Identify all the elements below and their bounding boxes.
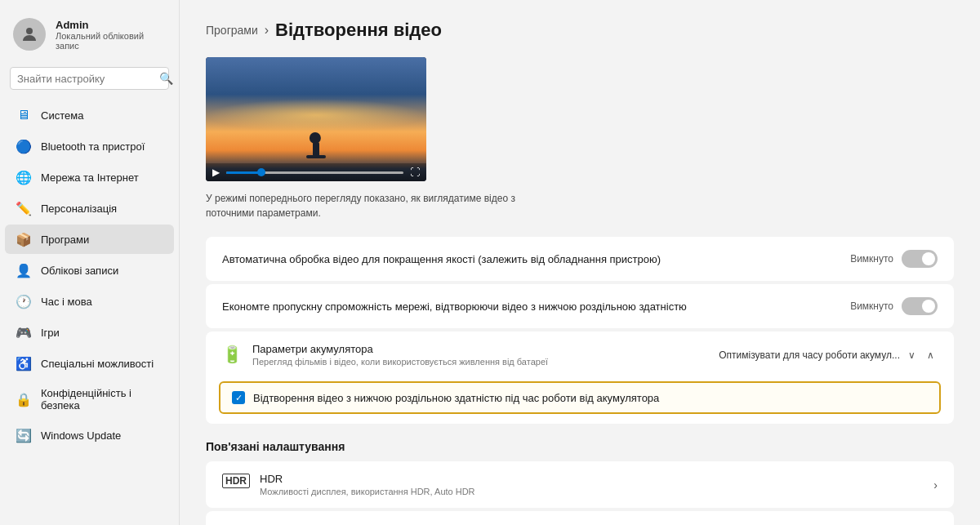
related-section-title: Пов'язані налаштування: [206, 440, 954, 453]
sidebar-item-label: Ігри: [41, 327, 60, 339]
sidebar-item-accessibility[interactable]: ♿ Спеціальні можливості: [5, 349, 174, 378]
battery-dropdown-value: Оптимізувати для часу роботи акумул...: [719, 349, 900, 361]
bluetooth-icon: 🔵: [16, 139, 31, 153]
sidebar-item-label: Програми: [41, 234, 89, 246]
sidebar-item-accounts[interactable]: 👤 Облікові записи: [5, 256, 174, 285]
hdr-card[interactable]: HDR HDR Можливості дисплея, використання…: [206, 461, 954, 508]
auto-enhance-toggle[interactable]: [902, 250, 938, 268]
personalization-icon: ✏️: [16, 201, 31, 216]
auto-enhance-status: Вимкнуто: [850, 253, 893, 265]
nav-list: 🖥 Система 🔵 Bluetooth та пристрої 🌐 Мере…: [0, 100, 179, 451]
battery-text: Параметри акумулятора Перегляд фільмів і…: [252, 343, 548, 367]
user-name: Admin: [56, 19, 166, 31]
video-desc-line2: поточними параметрами.: [206, 207, 321, 219]
main-content: Програми › Відтворення відео ▶ ⛶ У режим…: [180, 0, 980, 525]
avatar: [13, 18, 46, 51]
sidebar-item-time[interactable]: 🕐 Час і мова: [5, 287, 174, 316]
battery-checkbox[interactable]: ✓: [232, 391, 245, 404]
progress-bar[interactable]: [226, 171, 403, 174]
sidebar-item-apps[interactable]: 📦 Програми: [5, 225, 174, 254]
battery-card-right: Оптимізувати для часу роботи акумул... ∨…: [719, 348, 938, 363]
time-icon: 🕐: [16, 294, 31, 309]
hdr-text: HDR Можливості дисплея, використання HDR…: [260, 473, 475, 496]
save-bandwidth-label: Економте пропускну спроможність мережі, …: [222, 300, 850, 313]
checkbox-checkmark: ✓: [235, 393, 243, 403]
save-bandwidth-card: Економте пропускну спроможність мережі, …: [206, 284, 954, 328]
user-profile: Admin Локальний обліковий запис: [0, 8, 179, 64]
save-bandwidth-thumb: [922, 300, 935, 313]
display-advanced-card[interactable]: 🖥 Розширені параметри екрана Відомості п…: [206, 511, 954, 525]
video-desc-line1: У режимі попереднього перегляду показано…: [206, 193, 515, 204]
gaming-icon: 🎮: [16, 325, 31, 340]
fullscreen-button[interactable]: ⛶: [410, 167, 420, 178]
video-preview: ▶ ⛶: [206, 57, 426, 181]
search-input[interactable]: [17, 73, 154, 85]
battery-card: 🔋 Параметри акумулятора Перегляд фільмів…: [206, 331, 954, 424]
sidebar-item-label: Windows Update: [41, 429, 121, 442]
sidebar-item-label: Облікові записи: [41, 265, 118, 277]
battery-title: Параметри акумулятора: [252, 343, 548, 355]
sidebar: Admin Локальний обліковий запис 🔍 🖥 Сист…: [0, 0, 180, 525]
hdr-card-left: HDR HDR Можливості дисплея, використання…: [222, 473, 475, 496]
search-box[interactable]: 🔍: [10, 67, 169, 90]
auto-enhance-card: Автоматична обробка відео для покращення…: [206, 237, 954, 281]
svg-point-0: [26, 28, 33, 34]
battery-checkbox-label: Відтворення відео з нижчою роздільною зд…: [253, 392, 659, 404]
sidebar-item-label: Час і мова: [41, 296, 92, 308]
user-role: Локальний обліковий запис: [56, 31, 166, 51]
hdr-subtitle: Можливості дисплея, використання HDR, Au…: [260, 487, 475, 496]
play-button[interactable]: ▶: [212, 167, 220, 178]
sidebar-item-label: Персоналізація: [41, 202, 117, 215]
video-description: У режимі попереднього перегляду показано…: [206, 191, 532, 220]
breadcrumb-parent[interactable]: Програми: [206, 24, 258, 37]
network-icon: 🌐: [16, 170, 31, 185]
hdr-icon: HDR: [222, 474, 250, 488]
auto-enhance-thumb: [922, 252, 935, 265]
sidebar-item-label: Конфіденційність і безпека: [41, 387, 163, 412]
user-info: Admin Локальний обліковий запис: [56, 19, 166, 51]
sidebar-item-label: Мережа та Інтернет: [41, 171, 139, 184]
sidebar-item-privacy[interactable]: 🔒 Конфіденційність і безпека: [5, 380, 174, 419]
battery-collapse-button[interactable]: ∧: [924, 348, 938, 363]
battery-checkbox-row: ✓ Відтворення відео з нижчою роздільною …: [219, 381, 941, 414]
accounts-icon: 👤: [16, 263, 31, 278]
search-icon: 🔍: [159, 72, 173, 85]
battery-icon: 🔋: [222, 345, 243, 364]
hdr-chevron-right-icon: ›: [933, 478, 938, 492]
sidebar-item-system[interactable]: 🖥 Система: [5, 100, 174, 130]
save-bandwidth-right: Вимкнуто: [850, 297, 938, 315]
sidebar-item-personalization[interactable]: ✏️ Персоналізація: [5, 194, 174, 223]
sidebar-item-label: Система: [41, 109, 83, 122]
system-icon: 🖥: [16, 108, 31, 122]
breadcrumb-separator: ›: [265, 23, 269, 38]
sidebar-item-bluetooth[interactable]: 🔵 Bluetooth та пристрої: [5, 131, 174, 161]
battery-subtitle: Перегляд фільмів і відео, коли використо…: [252, 357, 548, 367]
privacy-icon: 🔒: [16, 392, 31, 407]
breadcrumb-current: Відтворення відео: [275, 20, 442, 41]
battery-card-left: 🔋 Параметри акумулятора Перегляд фільмів…: [222, 343, 548, 367]
video-controls: ▶ ⛶: [206, 163, 426, 181]
sidebar-item-windows-update[interactable]: 🔄 Windows Update: [5, 420, 174, 450]
sidebar-item-gaming[interactable]: 🎮 Ігри: [5, 318, 174, 347]
progress-thumb: [257, 168, 265, 176]
progress-fill: [226, 171, 261, 174]
save-bandwidth-toggle[interactable]: [902, 297, 938, 315]
save-bandwidth-status: Вимкнуто: [850, 300, 893, 312]
apps-icon: 📦: [16, 232, 31, 247]
auto-enhance-label: Автоматична обробка відео для покращення…: [222, 253, 850, 265]
sidebar-item-label: Bluetooth та пристрої: [41, 140, 145, 153]
windows-update-icon: 🔄: [16, 428, 31, 443]
accessibility-icon: ♿: [16, 356, 31, 371]
breadcrumb: Програми › Відтворення відео: [206, 20, 954, 41]
sidebar-item-network[interactable]: 🌐 Мережа та Інтернет: [5, 162, 174, 192]
battery-dropdown-button[interactable]: ∨: [905, 348, 919, 363]
auto-enhance-right: Вимкнуто: [850, 250, 938, 268]
battery-card-header: 🔋 Параметри акумулятора Перегляд фільмів…: [206, 331, 954, 378]
sidebar-item-label: Спеціальні можливості: [41, 358, 154, 370]
hdr-title: HDR: [260, 473, 475, 485]
